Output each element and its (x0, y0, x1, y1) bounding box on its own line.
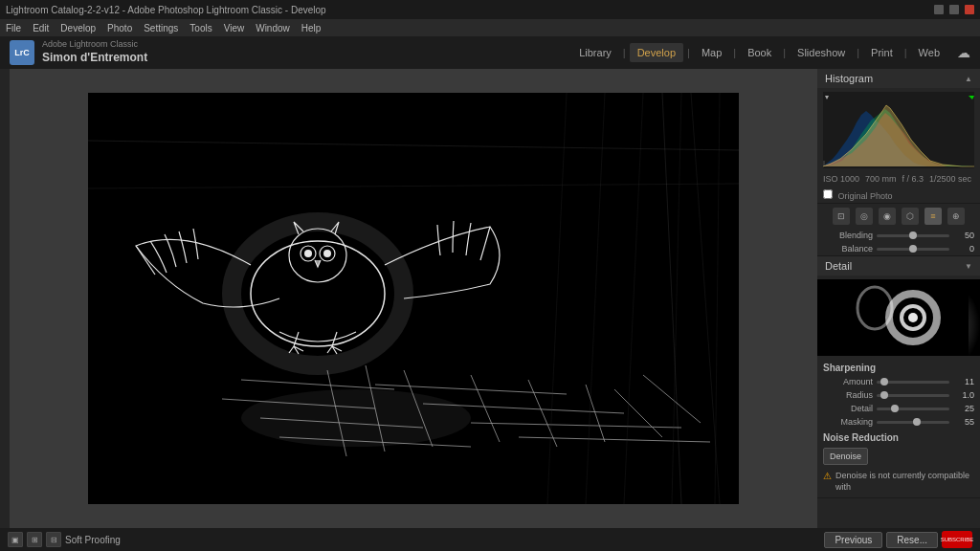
cloud-icon[interactable]: ☁ (957, 45, 970, 60)
original-photo-checkbox[interactable] (823, 189, 833, 199)
redeye-tool[interactable]: ◉ (879, 208, 896, 225)
detail-preview-svg (817, 279, 969, 356)
amount-value: 11 (953, 377, 974, 386)
view-mode-icon-2[interactable]: ⊞ (27, 532, 42, 547)
module-map[interactable]: Map (694, 43, 729, 62)
menu-tools[interactable]: Tools (189, 23, 212, 33)
user-name: Simon d'Entremont (42, 51, 147, 66)
extra-tool[interactable]: ⊕ (947, 208, 965, 225)
histogram-header[interactable]: Histogram ▲ (817, 69, 980, 88)
view-mode-icon-1[interactable]: ▣ (8, 532, 23, 547)
amount-label: Amount (823, 377, 873, 386)
radius-slider[interactable] (877, 394, 949, 397)
warning-icon: ⚠ (823, 471, 832, 481)
module-picker: Library | Develop | Map | Book | Slidesh… (571, 43, 970, 62)
detail-value: 25 (953, 404, 974, 413)
minimize-button[interactable] (934, 5, 944, 14)
user-info: Adobe Lightroom Classic Simon d'Entremon… (42, 39, 147, 65)
mask-tool[interactable]: ⬡ (902, 208, 919, 225)
module-book[interactable]: Book (740, 43, 779, 62)
sharpening-detail-row: Detail 25 (817, 402, 980, 415)
balance-slider[interactable] (877, 248, 949, 251)
settings-tool[interactable]: ≡ (924, 208, 942, 225)
subscribe-button[interactable]: SUBSCRIBE (942, 531, 972, 548)
reset-button[interactable]: Rese... (886, 532, 938, 548)
detail-preview-image (817, 279, 980, 356)
module-library[interactable]: Library (571, 43, 619, 62)
module-web[interactable]: Web (911, 43, 947, 62)
denoise-button[interactable]: Denoise (823, 448, 868, 465)
right-panel: Histogram ▲ (817, 69, 980, 528)
menu-bar: File Edit Develop Photo Settings Tools V… (0, 19, 980, 36)
bottom-toolbar: ▣ ⊞ ⊟ Soft Proofing Previous Rese... SUB… (0, 528, 980, 551)
shutter-value: 1/2500 sec (929, 174, 971, 184)
menu-help[interactable]: Help (301, 23, 322, 33)
masking-label: Masking (823, 417, 873, 427)
title-bar: Lightroom Catalog-2-2-v12 - Adobe Photos… (0, 0, 980, 19)
balance-value: 0 (953, 244, 974, 253)
menu-settings[interactable]: Settings (144, 23, 178, 33)
iso-value: ISO 1000 (823, 174, 859, 184)
bottom-left-controls: ▣ ⊞ ⊟ Soft Proofing (8, 532, 121, 547)
subscribe-label: SUBSCRIBE (941, 537, 974, 542)
menu-develop[interactable]: Develop (60, 23, 96, 33)
sharpening-label: Sharpening (817, 360, 980, 375)
menu-edit[interactable]: Edit (33, 23, 49, 33)
detail-slider[interactable] (877, 408, 949, 410)
blending-value: 50 (953, 231, 974, 240)
balance-row: Balance 0 (817, 242, 980, 255)
focal-value: 700 mm (865, 174, 897, 184)
main-photo (88, 93, 739, 504)
amount-slider[interactable] (877, 381, 949, 384)
close-button[interactable] (965, 5, 974, 14)
window-controls[interactable] (934, 5, 974, 14)
masking-value: 55 (953, 417, 974, 427)
soft-proofing-label: Soft Proofing (65, 535, 121, 545)
original-photo-label: Original Photo (817, 187, 980, 203)
menu-window[interactable]: Window (256, 23, 290, 33)
photo-viewer (10, 69, 817, 528)
detail-label: Detail (823, 404, 873, 413)
detail-preview-container (817, 279, 980, 356)
noise-reduction-section: Noise Reduction Denoise ⚠ Denoise is not… (817, 429, 980, 497)
histogram-collapse-icon[interactable]: ▲ (965, 75, 972, 83)
previous-button[interactable]: Previous (824, 532, 882, 548)
denoise-warning: ⚠ Denoise is not currently compatible wi… (817, 468, 980, 496)
photo-container[interactable] (88, 93, 739, 504)
warning-text: Denoise is not currently compatible with (835, 471, 974, 493)
module-print[interactable]: Print (863, 43, 901, 62)
main-layout: Histogram ▲ (0, 69, 980, 528)
view-mode-icon-3[interactable]: ⊟ (46, 532, 61, 547)
left-panel (0, 69, 10, 528)
balance-label: Balance (823, 244, 873, 253)
develop-tools-row: ⊡ ◎ ◉ ⬡ ≡ ⊕ (817, 204, 980, 229)
maximize-button[interactable] (949, 5, 959, 14)
detail-collapse-icon[interactable]: ▼ (965, 262, 972, 271)
blending-slider[interactable] (877, 234, 949, 237)
brand-label: Adobe Lightroom Classic (42, 39, 147, 51)
menu-photo[interactable]: Photo (107, 23, 132, 33)
svg-point-40 (908, 313, 918, 322)
svg-point-10 (323, 250, 331, 257)
svg-point-9 (304, 250, 312, 257)
menu-file[interactable]: File (6, 23, 21, 33)
histogram-title: Histogram (825, 73, 873, 84)
window-title: Lightroom Catalog-2-2-v12 - Adobe Photos… (6, 5, 326, 15)
menu-view[interactable]: View (224, 23, 245, 33)
svg-point-33 (241, 389, 471, 447)
blending-row: Blending 50 (817, 229, 980, 242)
sharpening-radius-row: Radius 1.0 (817, 388, 980, 402)
module-develop[interactable]: Develop (630, 43, 683, 62)
crop-tool[interactable]: ⊡ (833, 208, 850, 225)
photo-canvas (88, 93, 739, 504)
module-slideshow[interactable]: Slideshow (790, 43, 853, 62)
detail-header[interactable]: Detail ▼ (817, 256, 980, 276)
histogram-display (823, 92, 974, 168)
nav-left: LrC Adobe Lightroom Classic Simon d'Entr… (10, 39, 147, 65)
photo-overlay-svg (88, 93, 739, 504)
lr-logo: LrC (10, 40, 34, 65)
histogram-metadata: ISO 1000 700 mm f / 6.3 1/2500 sec (817, 172, 980, 187)
top-navigation: LrC Adobe Lightroom Classic Simon d'Entr… (0, 36, 980, 69)
spot-removal-tool[interactable]: ◎ (856, 208, 873, 225)
masking-slider[interactable] (877, 421, 949, 424)
